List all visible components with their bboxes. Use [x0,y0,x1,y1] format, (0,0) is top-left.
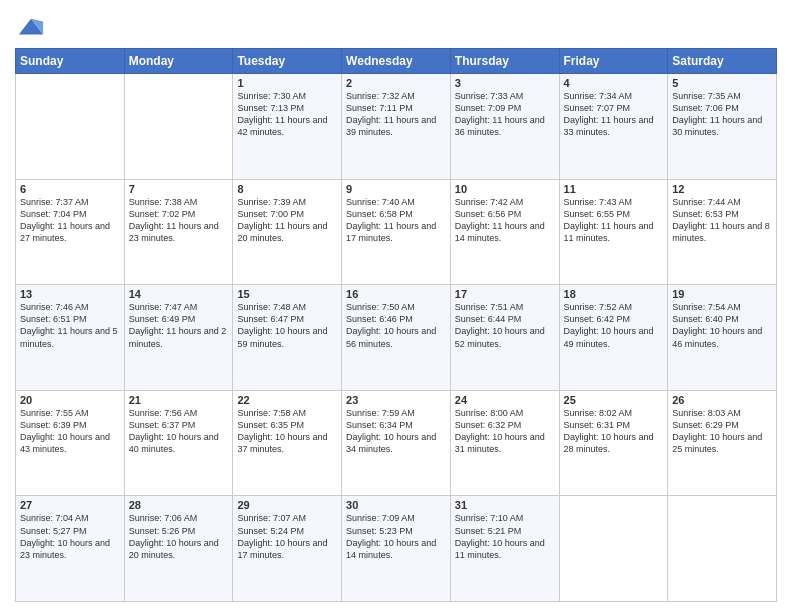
day-number: 15 [237,288,337,300]
day-number: 7 [129,183,229,195]
logo [15,14,45,42]
col-header-tuesday: Tuesday [233,49,342,74]
cell-info: Sunrise: 8:02 AM Sunset: 6:31 PM Dayligh… [564,407,664,456]
cell-info: Sunrise: 7:44 AM Sunset: 6:53 PM Dayligh… [672,196,772,245]
cell-info: Sunrise: 7:51 AM Sunset: 6:44 PM Dayligh… [455,301,555,350]
calendar-cell: 8Sunrise: 7:39 AM Sunset: 7:00 PM Daylig… [233,179,342,285]
calendar-header-row: SundayMondayTuesdayWednesdayThursdayFrid… [16,49,777,74]
cell-info: Sunrise: 7:33 AM Sunset: 7:09 PM Dayligh… [455,90,555,139]
day-number: 20 [20,394,120,406]
calendar-cell: 17Sunrise: 7:51 AM Sunset: 6:44 PM Dayli… [450,285,559,391]
cell-info: Sunrise: 7:52 AM Sunset: 6:42 PM Dayligh… [564,301,664,350]
calendar-cell [668,496,777,602]
calendar-week-2: 6Sunrise: 7:37 AM Sunset: 7:04 PM Daylig… [16,179,777,285]
day-number: 26 [672,394,772,406]
day-number: 22 [237,394,337,406]
day-number: 16 [346,288,446,300]
day-number: 25 [564,394,664,406]
cell-info: Sunrise: 7:59 AM Sunset: 6:34 PM Dayligh… [346,407,446,456]
calendar-cell: 23Sunrise: 7:59 AM Sunset: 6:34 PM Dayli… [342,390,451,496]
day-number: 31 [455,499,555,511]
calendar-table: SundayMondayTuesdayWednesdayThursdayFrid… [15,48,777,602]
day-number: 18 [564,288,664,300]
calendar-cell: 18Sunrise: 7:52 AM Sunset: 6:42 PM Dayli… [559,285,668,391]
day-number: 17 [455,288,555,300]
calendar-cell: 26Sunrise: 8:03 AM Sunset: 6:29 PM Dayli… [668,390,777,496]
calendar-week-3: 13Sunrise: 7:46 AM Sunset: 6:51 PM Dayli… [16,285,777,391]
calendar-week-4: 20Sunrise: 7:55 AM Sunset: 6:39 PM Dayli… [16,390,777,496]
col-header-sunday: Sunday [16,49,125,74]
cell-info: Sunrise: 8:03 AM Sunset: 6:29 PM Dayligh… [672,407,772,456]
calendar-cell: 6Sunrise: 7:37 AM Sunset: 7:04 PM Daylig… [16,179,125,285]
calendar-cell: 21Sunrise: 7:56 AM Sunset: 6:37 PM Dayli… [124,390,233,496]
cell-info: Sunrise: 7:42 AM Sunset: 6:56 PM Dayligh… [455,196,555,245]
cell-info: Sunrise: 7:50 AM Sunset: 6:46 PM Dayligh… [346,301,446,350]
day-number: 23 [346,394,446,406]
page: SundayMondayTuesdayWednesdayThursdayFrid… [0,0,792,612]
calendar-cell: 16Sunrise: 7:50 AM Sunset: 6:46 PM Dayli… [342,285,451,391]
calendar-cell: 7Sunrise: 7:38 AM Sunset: 7:02 PM Daylig… [124,179,233,285]
calendar-cell: 29Sunrise: 7:07 AM Sunset: 5:24 PM Dayli… [233,496,342,602]
cell-info: Sunrise: 7:32 AM Sunset: 7:11 PM Dayligh… [346,90,446,139]
cell-info: Sunrise: 7:58 AM Sunset: 6:35 PM Dayligh… [237,407,337,456]
calendar-cell: 1Sunrise: 7:30 AM Sunset: 7:13 PM Daylig… [233,74,342,180]
calendar-cell: 11Sunrise: 7:43 AM Sunset: 6:55 PM Dayli… [559,179,668,285]
day-number: 29 [237,499,337,511]
day-number: 19 [672,288,772,300]
cell-info: Sunrise: 7:46 AM Sunset: 6:51 PM Dayligh… [20,301,120,350]
cell-info: Sunrise: 7:38 AM Sunset: 7:02 PM Dayligh… [129,196,229,245]
col-header-monday: Monday [124,49,233,74]
col-header-friday: Friday [559,49,668,74]
cell-info: Sunrise: 7:04 AM Sunset: 5:27 PM Dayligh… [20,512,120,561]
calendar-cell: 30Sunrise: 7:09 AM Sunset: 5:23 PM Dayli… [342,496,451,602]
calendar-week-5: 27Sunrise: 7:04 AM Sunset: 5:27 PM Dayli… [16,496,777,602]
cell-info: Sunrise: 7:48 AM Sunset: 6:47 PM Dayligh… [237,301,337,350]
calendar-cell: 31Sunrise: 7:10 AM Sunset: 5:21 PM Dayli… [450,496,559,602]
calendar-cell: 24Sunrise: 8:00 AM Sunset: 6:32 PM Dayli… [450,390,559,496]
day-number: 30 [346,499,446,511]
cell-info: Sunrise: 7:30 AM Sunset: 7:13 PM Dayligh… [237,90,337,139]
cell-info: Sunrise: 7:47 AM Sunset: 6:49 PM Dayligh… [129,301,229,350]
cell-info: Sunrise: 8:00 AM Sunset: 6:32 PM Dayligh… [455,407,555,456]
day-number: 14 [129,288,229,300]
calendar-cell: 27Sunrise: 7:04 AM Sunset: 5:27 PM Dayli… [16,496,125,602]
calendar-cell: 12Sunrise: 7:44 AM Sunset: 6:53 PM Dayli… [668,179,777,285]
cell-info: Sunrise: 7:07 AM Sunset: 5:24 PM Dayligh… [237,512,337,561]
day-number: 3 [455,77,555,89]
day-number: 28 [129,499,229,511]
day-number: 6 [20,183,120,195]
cell-info: Sunrise: 7:55 AM Sunset: 6:39 PM Dayligh… [20,407,120,456]
calendar-cell: 10Sunrise: 7:42 AM Sunset: 6:56 PM Dayli… [450,179,559,285]
calendar-cell: 28Sunrise: 7:06 AM Sunset: 5:26 PM Dayli… [124,496,233,602]
cell-info: Sunrise: 7:54 AM Sunset: 6:40 PM Dayligh… [672,301,772,350]
calendar-cell [124,74,233,180]
calendar-week-1: 1Sunrise: 7:30 AM Sunset: 7:13 PM Daylig… [16,74,777,180]
cell-info: Sunrise: 7:06 AM Sunset: 5:26 PM Dayligh… [129,512,229,561]
day-number: 10 [455,183,555,195]
col-header-saturday: Saturday [668,49,777,74]
cell-info: Sunrise: 7:34 AM Sunset: 7:07 PM Dayligh… [564,90,664,139]
cell-info: Sunrise: 7:43 AM Sunset: 6:55 PM Dayligh… [564,196,664,245]
calendar-cell: 4Sunrise: 7:34 AM Sunset: 7:07 PM Daylig… [559,74,668,180]
day-number: 9 [346,183,446,195]
calendar-cell: 9Sunrise: 7:40 AM Sunset: 6:58 PM Daylig… [342,179,451,285]
logo-icon [17,14,45,42]
calendar-cell [559,496,668,602]
col-header-thursday: Thursday [450,49,559,74]
calendar-cell: 2Sunrise: 7:32 AM Sunset: 7:11 PM Daylig… [342,74,451,180]
day-number: 5 [672,77,772,89]
header [15,10,777,42]
calendar-cell [16,74,125,180]
calendar-cell: 20Sunrise: 7:55 AM Sunset: 6:39 PM Dayli… [16,390,125,496]
day-number: 2 [346,77,446,89]
cell-info: Sunrise: 7:40 AM Sunset: 6:58 PM Dayligh… [346,196,446,245]
cell-info: Sunrise: 7:37 AM Sunset: 7:04 PM Dayligh… [20,196,120,245]
col-header-wednesday: Wednesday [342,49,451,74]
day-number: 11 [564,183,664,195]
day-number: 8 [237,183,337,195]
day-number: 21 [129,394,229,406]
cell-info: Sunrise: 7:35 AM Sunset: 7:06 PM Dayligh… [672,90,772,139]
cell-info: Sunrise: 7:39 AM Sunset: 7:00 PM Dayligh… [237,196,337,245]
calendar-cell: 14Sunrise: 7:47 AM Sunset: 6:49 PM Dayli… [124,285,233,391]
day-number: 13 [20,288,120,300]
